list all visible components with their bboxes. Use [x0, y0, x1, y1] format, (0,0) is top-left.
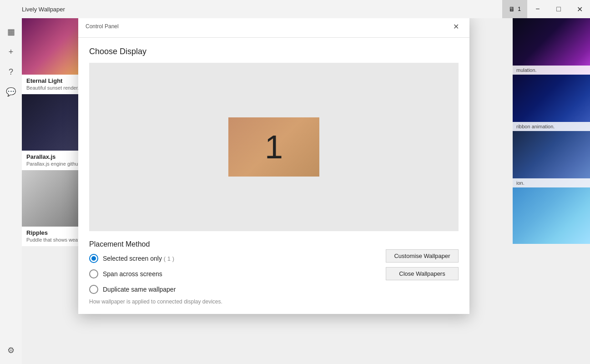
- customise-wallpaper-button[interactable]: Customise Wallpaper: [386, 249, 459, 263]
- card-right-info: ribbon animation.: [513, 122, 590, 131]
- monitor-button[interactable]: 🖥 1: [502, 0, 527, 18]
- radio-group: Selected screen only ( 1 ) Span across s…: [89, 254, 377, 294]
- wallpaper-card-right-3[interactable]: [513, 187, 590, 244]
- placement-title: Placement Method: [89, 240, 459, 248]
- minimize-button[interactable]: −: [527, 0, 548, 18]
- close-wallpapers-button[interactable]: Close Wallpapers: [386, 267, 459, 280]
- titlebar: Lively Wallpaper 🖥 1 − □ ✕: [0, 0, 590, 18]
- radio-circle-span: [89, 269, 98, 278]
- control-panel-dialog: Control Panel ✕ Choose Display 1 Placeme…: [78, 15, 469, 314]
- card-right-desc: ion.: [516, 180, 524, 186]
- display-area: 1: [89, 63, 459, 231]
- card-right-info: mulation.: [513, 66, 590, 75]
- sidebar-item-settings[interactable]: ⚙: [2, 341, 20, 359]
- dialog-hint: How wallpaper is applied to connected di…: [89, 298, 377, 305]
- dialog-title: Control Panel: [86, 23, 449, 30]
- choose-display-title: Choose Display: [89, 47, 459, 56]
- wallpaper-card-right-0[interactable]: mulation.: [513, 18, 590, 75]
- radio-circle-selected: [89, 254, 98, 263]
- sidebar: ▦ + ? 💬 ⚙: [0, 18, 22, 364]
- radio-circle-duplicate: [89, 285, 98, 294]
- monitor-number: 1: [265, 128, 283, 166]
- maximize-button[interactable]: □: [548, 0, 569, 18]
- dialog-close-button[interactable]: ✕: [449, 20, 462, 33]
- card-right-desc: mulation.: [516, 67, 537, 73]
- monitor-icon: 🖥: [509, 5, 515, 13]
- card-right-info: ion.: [513, 178, 590, 187]
- radio-label-selected-screen: Selected screen only ( 1 ): [103, 255, 174, 262]
- radio-label-duplicate: Duplicate same wallpaper: [103, 286, 176, 293]
- card-right-desc: ribbon animation.: [516, 124, 555, 129]
- radio-option-selected-screen[interactable]: Selected screen only ( 1 ): [89, 254, 377, 263]
- titlebar-controls: 🖥 1 − □ ✕: [502, 0, 590, 18]
- sidebar-item-library[interactable]: ▦: [2, 23, 20, 41]
- radio-label-span-screens: Span across screens: [103, 270, 162, 278]
- app-title: Lively Wallpaper: [22, 6, 65, 13]
- card-column-right: mulation. ribbon animation. ion.: [513, 18, 590, 244]
- monitor-count: 1: [518, 6, 521, 12]
- sidebar-item-add[interactable]: +: [2, 43, 20, 61]
- close-button[interactable]: ✕: [569, 0, 590, 18]
- card-thumb-blue-poly: [513, 187, 590, 244]
- radio-option-duplicate[interactable]: Duplicate same wallpaper: [89, 285, 377, 294]
- dialog-body: Choose Display 1 Placement Method Select…: [78, 38, 469, 314]
- sidebar-item-help[interactable]: ?: [2, 63, 20, 81]
- radio-option-span-screens[interactable]: Span across screens: [89, 269, 377, 278]
- screen-count: ( 1 ): [164, 255, 174, 262]
- dialog-titlebar: Control Panel ✕: [78, 15, 469, 38]
- sidebar-item-feedback[interactable]: 💬: [2, 83, 20, 101]
- monitor-preview[interactable]: 1: [228, 117, 319, 177]
- wallpaper-card-right-2[interactable]: ion.: [513, 131, 590, 187]
- wallpaper-card-right-1[interactable]: ribbon animation.: [513, 75, 590, 131]
